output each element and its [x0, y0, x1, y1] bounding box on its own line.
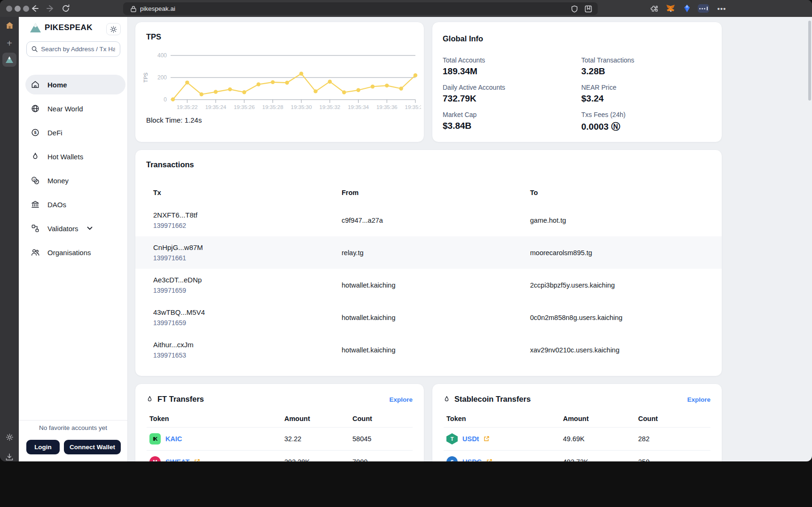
overflow-menu-icon[interactable]: •••: [716, 3, 728, 14]
to-account[interactable]: 0c0n2m858n8g.users.kaiching: [530, 314, 722, 321]
tx-hash[interactable]: 43wTBQ...M5V4: [153, 308, 342, 316]
from-account[interactable]: relay.tg: [342, 249, 530, 257]
ft-explore-link[interactable]: Explore: [389, 396, 413, 403]
page-scrollbar[interactable]: [808, 21, 811, 101]
stat-near-price: NEAR Price $3.24: [581, 84, 713, 104]
token-link[interactable]: KAIC: [165, 435, 182, 443]
table-row[interactable]: 2NXFT6...T8tf139971662 c9f947...a27a gam…: [135, 204, 722, 236]
reload-button[interactable]: [60, 3, 71, 14]
stat-market-cap: Market Cap $3.84B: [443, 111, 574, 131]
tx-hash[interactable]: Aithur...cxJm: [153, 341, 342, 349]
new-tab-plus-icon[interactable]: +: [0, 39, 19, 48]
contract-icon: [486, 459, 492, 461]
token-link[interactable]: USDC: [462, 458, 482, 461]
tx-hash[interactable]: 2NXFT6...T8tf: [153, 211, 342, 219]
tx-hash[interactable]: CnHpjG...w87M: [153, 243, 342, 251]
to-account[interactable]: 2ccpi3bpzf5y.users.kaiching: [530, 281, 722, 289]
forward-button[interactable]: [45, 3, 56, 14]
home-workspace-icon[interactable]: [0, 22, 19, 29]
gem-extension-icon[interactable]: [681, 3, 693, 14]
sidebar-item-organisations[interactable]: Organisations: [25, 242, 125, 262]
svg-text:1: 1: [33, 178, 35, 181]
brand-logo[interactable]: PIKESPEAK: [30, 23, 93, 32]
sidebar-item-label: Near World: [47, 105, 83, 113]
list-item[interactable]: M SWEAT 202.28K 7000: [135, 451, 424, 461]
block-number-link[interactable]: 139971661: [153, 254, 342, 262]
table-row[interactable]: Ae3cDT...eDNp139971659 hotwallet.kaichin…: [135, 269, 722, 301]
login-button[interactable]: Login: [26, 440, 60, 454]
table-row[interactable]: CnHpjG...w87M139971661 relay.tg moorecar…: [135, 236, 722, 269]
window-close-button[interactable]: [6, 6, 12, 12]
settings-gear-icon[interactable]: [0, 433, 19, 441]
pikespeak-logo-icon: [30, 23, 41, 32]
sidebar-item-money[interactable]: 1 Money: [25, 171, 125, 190]
shield-icon[interactable]: [571, 5, 578, 13]
puzzle-extension-icon[interactable]: [648, 3, 660, 14]
theme-toggle-button[interactable]: [106, 23, 121, 35]
bookmark-icon[interactable]: [585, 5, 592, 13]
sidebar-item-near-world[interactable]: Near World: [25, 99, 125, 118]
token-link[interactable]: USDt: [462, 435, 479, 443]
tx-hash[interactable]: Ae3cDT...eDNp: [153, 276, 342, 284]
chevron-down-icon: [87, 226, 93, 230]
sidebar-item-label: DeFi: [47, 129, 62, 137]
pikespeak-favicon-active[interactable]: [0, 53, 19, 67]
x-tick-label: 19:35:24: [205, 104, 226, 110]
col-header-count: Count: [352, 415, 410, 422]
table-row[interactable]: 43wTBQ...M5V4139971659 hotwallet.kaichin…: [135, 301, 722, 334]
flame-icon: [443, 395, 450, 403]
sidebar-nav: Home Near World $ DeFi Hot Wallets: [25, 75, 125, 266]
block-number-link[interactable]: 139971659: [153, 287, 342, 294]
from-account[interactable]: c9f947...a27a: [342, 217, 530, 224]
to-account[interactable]: game.hot.tg: [530, 217, 722, 224]
list-item[interactable]: T USDt 49.69K 282: [432, 428, 722, 450]
downloads-tray-icon[interactable]: [0, 453, 19, 461]
usdt-token-icon: T: [446, 433, 458, 445]
col-header-token: Token: [149, 415, 284, 422]
token-count: 58045: [352, 435, 410, 443]
token-link[interactable]: SWEAT: [165, 458, 189, 461]
sidebar-item-daos[interactable]: DAOs: [25, 195, 125, 214]
desktop-background: pikespeak.ai: [0, 0, 812, 507]
search-box[interactable]: [26, 41, 120, 57]
stat-daily-active-accounts: Daily Active Accounts 732.79K: [443, 84, 574, 104]
address-bar[interactable]: pikespeak.ai: [123, 2, 598, 15]
y-tick-label: 400: [157, 52, 167, 59]
from-account[interactable]: hotwallet.kaiching: [342, 314, 530, 321]
block-number-link[interactable]: 139971659: [153, 319, 342, 327]
x-tick-label: 19:35:28: [262, 104, 283, 110]
metamask-fox-icon[interactable]: [664, 3, 677, 14]
y-axis-label: TPS: [143, 72, 148, 82]
x-tick-label: 19:35:32: [319, 104, 340, 110]
block-number-link[interactable]: 139971662: [153, 222, 342, 229]
back-button[interactable]: [29, 3, 40, 14]
list-item[interactable]: $ USDC 402.73K 250: [432, 451, 722, 461]
sun-icon: [110, 26, 117, 33]
to-account[interactable]: xav29nv0210c.users.kaiching: [530, 346, 722, 354]
sidebar-item-label: DAOs: [47, 201, 66, 209]
stat-total-transactions: Total Transactions 3.28B: [581, 56, 713, 77]
svg-text:$: $: [34, 130, 36, 135]
window-zoom-button[interactable]: [23, 6, 29, 12]
data-point: [313, 89, 317, 93]
window-minimize-button[interactable]: [15, 6, 21, 12]
password-manager-icon[interactable]: [697, 3, 710, 14]
block-number-link[interactable]: 139971653: [153, 351, 342, 359]
from-account[interactable]: hotwallet.kaiching: [342, 281, 530, 289]
connect-wallet-button[interactable]: Connect Wallet: [64, 440, 121, 454]
sidebar-item-home[interactable]: Home: [25, 75, 125, 94]
from-account[interactable]: hotwallet.kaiching: [342, 346, 530, 354]
stablecoin-explore-link[interactable]: Explore: [687, 396, 710, 403]
browser-window: pikespeak.ai: [0, 0, 812, 461]
sidebar-item-hot-wallets[interactable]: Hot Wallets: [25, 147, 125, 166]
ft-transfers-card: FT Transfers Explore Token Amount Count …: [135, 383, 424, 461]
sidebar-item-defi[interactable]: $ DeFi: [25, 123, 125, 142]
stablecoin-transfers-card: Stablecoin Transfers Explore Token Amoun…: [432, 383, 722, 461]
to-account[interactable]: moorecarolsm895.tg: [530, 249, 722, 257]
data-point: [200, 93, 203, 96]
list-item[interactable]: IK KAIC 32.22 58045: [135, 428, 424, 450]
table-row[interactable]: Aithur...cxJm139971653 hotwallet.kaichin…: [135, 334, 722, 366]
sidebar-item-validators[interactable]: Validators: [25, 218, 125, 238]
search-input[interactable]: [41, 46, 115, 53]
transactions-header-row: Tx From To: [135, 189, 722, 196]
